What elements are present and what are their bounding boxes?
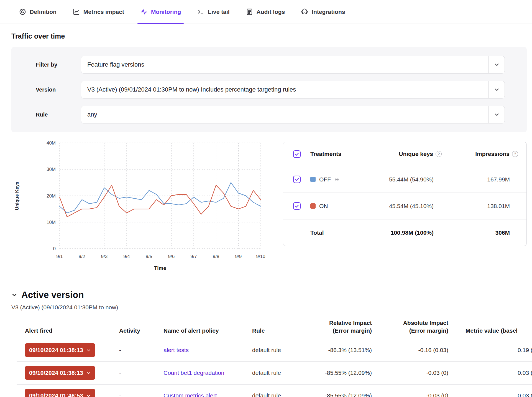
tab-audit-logs[interactable]: Audit logs [241,0,290,24]
tab-label: Live tail [208,9,229,15]
help-icon[interactable]: ? [436,151,442,157]
svg-text:9/6: 9/6 [168,254,175,259]
series-off [60,183,261,213]
activity-value: - [111,347,155,353]
select-all-checkbox[interactable] [293,150,301,158]
check-icon [295,152,299,156]
definition-icon [19,8,26,16]
active-version-header: Active version [11,290,532,300]
tab-label: Metrics impact [83,9,124,15]
svg-text:9/3: 9/3 [101,254,108,259]
svg-text:20M: 20M [47,193,56,199]
tab-metrics-impact[interactable]: Metrics impact [68,0,129,24]
collapse-chevron-icon[interactable] [11,292,17,298]
relative-impact-value: -86.3% (13.51%) [310,347,374,353]
version-dropdown[interactable]: V3 (Active) (09/01/2024 01:30PM to now) … [81,81,505,98]
filter-label: Version [36,87,81,93]
absolute-impact-value: -0.03 (0) [374,370,457,376]
svg-text:9/7: 9/7 [190,254,197,259]
alert-fired-badge[interactable]: 09/10/2024 01:46:53 [25,389,95,397]
activity-value: - [111,370,155,376]
total-impressions: 306M [457,229,526,236]
filter-row-rule: Ruleany [36,106,527,123]
alert-row: 09/10/2024 01:38:13-Count bet1 degradati… [17,362,532,385]
tab-label: Monitoring [151,9,181,15]
alert-policy-link[interactable]: alert tests [163,347,189,353]
tab-definition[interactable]: Definition [14,0,61,24]
chevron-down-icon [86,348,91,353]
tab-integrations[interactable]: Integrations [296,0,349,24]
relative-impact-value: -85.55% (12.09%) [310,370,374,376]
chevron-down-icon [488,106,505,123]
default-treatment-icon [334,177,339,182]
treatments-panel: TreatmentsUnique keys?Impressions?OFF55.… [283,142,527,246]
series-color-swatch [310,177,316,182]
alert-policy-link[interactable]: Custom metrics alert [163,392,217,397]
activity-value: - [111,392,155,397]
check-icon [295,177,299,182]
integrations-icon [301,8,308,16]
column-header-alert-fired: Alert fired [17,327,111,335]
rule-dropdown[interactable]: any [81,106,505,123]
impressions-value: 138.01M [457,203,526,209]
filter-row-version: VersionV3 (Active) (09/01/2024 01:30PM t… [36,81,527,98]
filter-by-dropdown[interactable]: Feature flag versions [81,56,505,74]
traffic-chart-section: 9/19/29/39/49/59/69/79/89/99/10010M20M30… [0,140,532,280]
treatment-checkbox-on[interactable] [293,202,301,210]
svg-text:9/5: 9/5 [146,254,152,259]
metrics-impact-icon [73,8,80,16]
total-unique-keys: 100.98M (100%) [366,229,457,236]
total-label: Total [310,229,366,236]
column-header-rule: Rule [244,327,310,335]
alert-policy-link[interactable]: Count bet1 degradation [163,370,224,376]
feature-flag-monitoring-page: DefinitionMetrics impactMonitoringLive t… [0,0,532,397]
active-version-section: Active version V3 (Active) (09/10/2024 0… [11,290,532,397]
svg-text:9/9: 9/9 [235,254,242,259]
monitoring-icon [140,8,148,16]
tab-live-tail[interactable]: Live tail [193,0,234,24]
column-header-metric-value-basel: Metric value (basel [457,327,532,335]
dropdown-value: V3 (Active) (09/01/2024 01:30PM to now) … [81,81,488,98]
column-header-relative-impact: Relative Impact(Error margin) [310,319,374,335]
absolute-impact-value: -0.16 (0.03) [374,347,457,353]
chevron-down-icon [86,393,91,397]
unique-keys-value: 55.44M (54.90%) [366,176,457,183]
svg-text:9/10: 9/10 [256,254,265,259]
alert-timestamp: 09/10/2024 01:38:13 [29,370,83,376]
column-header-name-of-alert-policy: Name of alert policy [155,327,244,335]
treatments-header-row: TreatmentsUnique keys?Impressions? [283,142,526,166]
unique-keys-header: Unique keys? [366,151,457,157]
filter-label: Rule [36,112,81,118]
svg-text:9/8: 9/8 [213,254,219,259]
y-axis-label: Unique Keys [11,140,23,252]
live-tail-icon [197,8,204,16]
help-icon[interactable]: ? [512,151,518,157]
tab-bar: DefinitionMetrics impactMonitoringLive t… [0,0,532,24]
rule-value: default rule [244,392,310,397]
alert-row: 09/10/2024 01:46:53-Custom metrics alert… [17,385,532,397]
svg-text:30M: 30M [47,167,56,172]
metric-value: 0.03 ( [457,370,532,376]
filter-panel: Filter byFeature flag versionsVersionV3 … [11,47,527,132]
treatment-name: OFF [319,176,331,183]
series-color-swatch [310,203,316,209]
check-icon [295,204,299,208]
alert-timestamp: 09/10/2024 01:38:13 [29,347,83,353]
tab-monitoring[interactable]: Monitoring [136,0,185,24]
svg-text:0: 0 [53,246,56,251]
alert-fired-badge[interactable]: 09/10/2024 01:38:13 [25,343,95,357]
unique-keys-value: 45.54M (45.10%) [366,203,457,209]
treatment-row-off: OFF55.44M (54.90%)167.99M [283,166,526,193]
series-on [60,185,261,217]
alert-fired-badge[interactable]: 09/10/2024 01:38:13 [25,366,95,380]
tab-label: Integrations [312,9,345,15]
filter-label: Filter by [36,62,81,68]
metric-value: 0.19 ( [457,347,532,353]
column-header-absolute-impact: Absolute Impact(Error margin) [374,319,457,335]
active-version-subtitle: V3 (Active) (09/10/2024 01:30PM to now) [11,304,532,311]
dropdown-value: Feature flag versions [81,56,488,73]
rule-value: default rule [244,370,310,376]
column-header-activity: Activity [111,327,155,335]
audit-logs-icon [246,8,253,16]
treatment-checkbox-off[interactable] [293,176,301,183]
